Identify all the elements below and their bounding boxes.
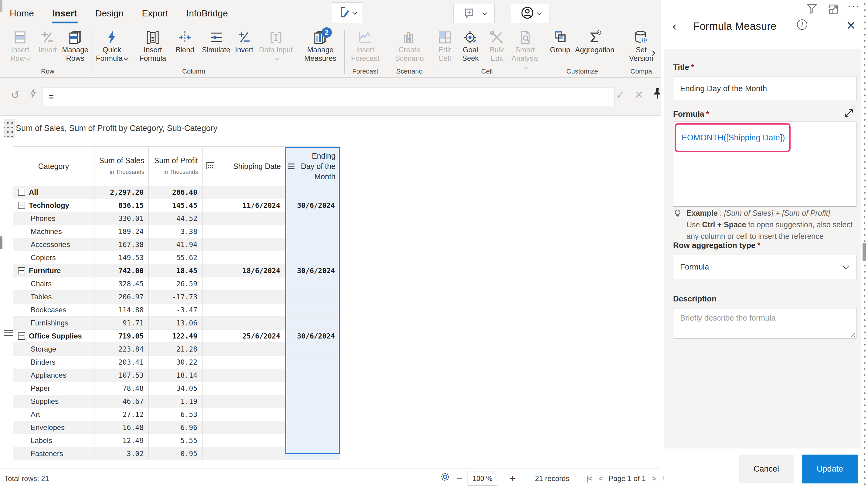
cell-sum-of-profit[interactable]: 18.45 (149, 264, 203, 277)
ribbon-goal-seek-button[interactable]: Goal Seek (456, 29, 485, 63)
title-field-input[interactable]: Ending Day of the Month (673, 77, 857, 100)
cell-sum-of-profit[interactable]: 34.05 (149, 382, 203, 395)
cell-category[interactable]: Office Supplies (13, 330, 94, 342)
cell-sum-of-sales[interactable]: 12.49 (94, 434, 149, 447)
cell-ending-day[interactable]: 30/6/2024 (285, 264, 340, 277)
table-row-furniture[interactable]: Furniture742.0018.4518/6/202430/6/2024 (13, 264, 340, 278)
tab-home[interactable]: Home (9, 7, 35, 20)
cell-category[interactable]: Technology (13, 199, 94, 212)
table-settings-gear-icon[interactable] (439, 471, 451, 485)
cell-shipping-date[interactable] (203, 434, 285, 447)
cell-ending-day[interactable] (285, 434, 340, 447)
cell-sum-of-profit[interactable]: 286.40 (149, 186, 203, 199)
ribbon-insert-formula-button[interactable]: Insert Formula (132, 29, 173, 63)
cell-category[interactable]: Machines (13, 225, 94, 238)
cell-shipping-date[interactable] (203, 212, 285, 225)
more-options-icon[interactable]: ··· (847, 0, 860, 12)
ribbon-create-scenario-button[interactable]: Create Scenario (388, 29, 432, 63)
cell-ending-day[interactable] (285, 421, 340, 434)
cell-ending-day[interactable] (285, 447, 340, 460)
cell-shipping-date[interactable] (203, 343, 285, 355)
cell-sum-of-sales[interactable]: 203.41 (94, 356, 149, 369)
cell-ending-day[interactable]: 30/6/2024 (285, 199, 340, 212)
table-row-all[interactable]: All2,297.20286.40 (13, 186, 340, 199)
column-header-category[interactable]: Category (13, 147, 94, 186)
cell-shipping-date[interactable] (203, 290, 285, 303)
cell-shipping-date[interactable] (203, 238, 285, 251)
table-row-chairs[interactable]: Chairs328.4526.59 (13, 278, 340, 290)
cell-category[interactable]: Copiers (13, 251, 94, 264)
cell-category[interactable]: Art (13, 408, 94, 421)
table-row-office-supplies[interactable]: Office Supplies719.05122.4925/6/202430/6… (13, 330, 340, 343)
collapse-icon[interactable] (18, 189, 25, 196)
ribbon-invert-button[interactable]: Invert (232, 29, 256, 55)
cell-shipping-date[interactable] (203, 186, 285, 199)
cell-shipping-date[interactable]: 11/6/2024 (203, 199, 285, 212)
ribbon-aggregation-button[interactable]: Aggregation (572, 29, 617, 55)
table-row-appliances[interactable]: Appliances107.5318.14 (13, 369, 340, 382)
cell-sum-of-profit[interactable]: 41.94 (149, 238, 203, 251)
table-row-fasteners[interactable]: Fasteners3.020.95 (13, 447, 340, 460)
table-row-furnishings[interactable]: Furnishings91.7113.06 (13, 317, 340, 330)
ribbon-blend-button[interactable]: Blend (173, 29, 197, 55)
cell-sum-of-profit[interactable]: 0.95 (149, 447, 203, 460)
cell-sum-of-profit[interactable]: -1.19 (149, 395, 203, 408)
cell-category[interactable]: Fasteners (13, 447, 94, 460)
cell-sum-of-sales[interactable]: 114.88 (94, 304, 149, 316)
cell-shipping-date[interactable] (203, 317, 285, 329)
table-row-paper[interactable]: Paper78.4834.05 (13, 382, 340, 395)
cell-category[interactable]: Tables (13, 290, 94, 303)
table-row-phones[interactable]: Phones330.0144.52 (13, 212, 340, 225)
cell-sum-of-profit[interactable]: 6.53 (149, 408, 203, 421)
tab-insert[interactable]: Insert (52, 7, 78, 20)
visual-drag-handle[interactable] (4, 119, 15, 138)
ribbon-insert-row-button[interactable]: Insert Row (4, 29, 36, 63)
cell-shipping-date[interactable] (203, 447, 285, 460)
column-header-sum-of-sales[interactable]: Sum of Salesin Thousands (94, 147, 149, 186)
column-header-shipping-date[interactable]: Shipping Date (203, 147, 285, 186)
table-row-envelopes[interactable]: Envelopes16.486.96 (13, 421, 340, 434)
cell-sum-of-profit[interactable]: 26.59 (149, 278, 203, 290)
cell-sum-of-profit[interactable]: -17.73 (149, 290, 203, 303)
column-menu-icon[interactable] (288, 162, 294, 170)
aggregation-type-select[interactable]: Formula (673, 255, 857, 279)
cell-shipping-date[interactable] (203, 356, 285, 369)
cell-sum-of-sales[interactable]: 189.24 (94, 225, 149, 238)
cell-sum-of-profit[interactable]: 44.52 (149, 212, 203, 225)
cell-sum-of-sales[interactable]: 16.48 (94, 421, 149, 434)
cell-sum-of-profit[interactable]: 30.22 (149, 356, 203, 369)
cell-sum-of-profit[interactable]: 55.62 (149, 251, 203, 264)
cell-sum-of-profit[interactable]: 6.96 (149, 421, 203, 434)
cell-sum-of-profit[interactable]: 145.45 (149, 199, 203, 212)
cell-sum-of-sales[interactable]: 167.38 (94, 238, 149, 251)
add-comment-button[interactable] (453, 4, 495, 23)
table-row-art[interactable]: Art27.126.53 (13, 408, 340, 421)
tab-export[interactable]: Export (141, 7, 169, 20)
cell-ending-day[interactable] (285, 408, 340, 421)
cell-shipping-date[interactable] (203, 278, 285, 290)
ribbon-expand-chevron-icon[interactable]: › (652, 46, 655, 59)
column-header-ending-day[interactable]: Ending Day of the Month (285, 147, 340, 186)
tab-infobridge[interactable]: InfoBridge (186, 7, 228, 20)
cell-sum-of-sales[interactable]: 2,297.20 (94, 186, 149, 199)
cell-ending-day[interactable] (285, 186, 340, 199)
ribbon-quick-formula-button[interactable]: Quick Formula (91, 29, 132, 63)
table-row-accessories[interactable]: Accessories167.3841.94 (13, 238, 340, 251)
cell-ending-day[interactable]: 30/6/2024 (285, 330, 340, 342)
table-row-supplies[interactable]: Supplies46.67-1.19 (13, 395, 340, 408)
previous-page-button[interactable]: < (598, 474, 602, 483)
description-textarea[interactable]: Briefly describe the formula (673, 308, 857, 339)
cell-sum-of-sales[interactable]: 107.53 (94, 369, 149, 382)
cell-ending-day[interactable] (285, 317, 340, 329)
cell-ending-day[interactable] (285, 304, 340, 316)
ribbon-insert-forecast-button[interactable]: Insert Forecast (345, 29, 386, 63)
cell-shipping-date[interactable] (203, 382, 285, 395)
cell-sum-of-sales[interactable]: 3.02 (94, 447, 149, 460)
cell-sum-of-profit[interactable]: 13.06 (149, 317, 203, 329)
formula-field-textarea[interactable]: EOMONTH([Shipping Date]) (673, 121, 857, 207)
collapse-icon[interactable] (18, 267, 25, 275)
cell-shipping-date[interactable] (203, 395, 285, 408)
cell-sum-of-sales[interactable]: 328.45 (94, 278, 149, 290)
zoom-out-button[interactable]: − (457, 473, 463, 485)
ribbon-simulate-button[interactable]: Simulate (199, 29, 232, 55)
